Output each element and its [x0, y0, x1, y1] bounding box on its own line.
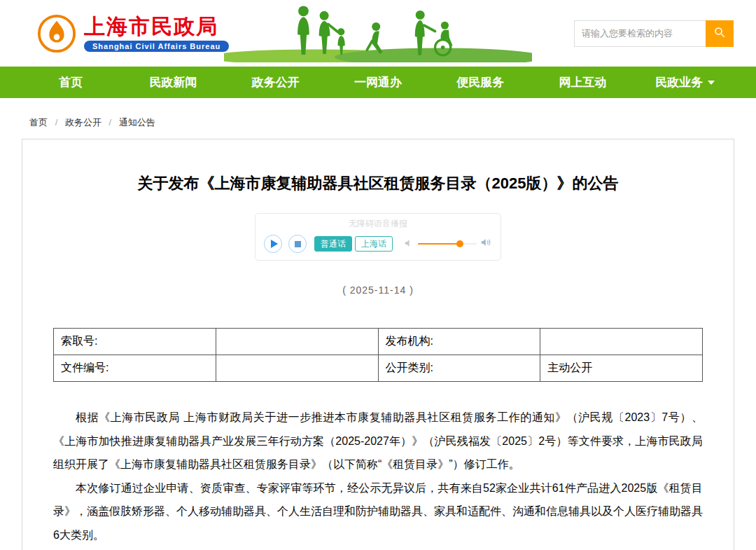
logo-text: 上海市民政局 Shanghai Civil Affairs Bureau	[84, 15, 229, 52]
play-button[interactable]	[264, 235, 282, 253]
meta-value-index-number	[216, 329, 378, 355]
breadcrumb-notices[interactable]: 通知公告	[119, 117, 155, 128]
article-container: 关于发布《上海市康复辅助器具社区租赁服务目录（2025版）》的公告 无障碍语音播…	[22, 139, 734, 550]
publish-date: ( 2025-11-14 )	[53, 284, 703, 296]
meta-value-issuing-agency	[540, 329, 703, 355]
breadcrumb-gov-open[interactable]: 政务公开	[65, 117, 102, 128]
stop-button[interactable]	[288, 235, 307, 253]
meta-label-disclosure-category: 公开类别:	[378, 355, 540, 382]
breadcrumb-separator: /	[55, 117, 58, 128]
language-toggle: 普通话 上海话	[314, 236, 393, 252]
search-input[interactable]	[574, 20, 706, 47]
tts-player: 无障碍语音播报 普通话 上海话	[255, 213, 501, 261]
meta-label-index-number: 索取号:	[54, 329, 216, 355]
nav-item-news[interactable]: 民政新闻	[122, 67, 224, 98]
site-header: 上海市民政局 Shanghai Civil Affairs Bureau	[0, 0, 756, 67]
tts-status-text: 无障碍语音播报	[264, 218, 492, 230]
meta-value-disclosure-category: 主动公开	[540, 355, 703, 382]
speaker-muted-icon	[405, 238, 414, 250]
shanghainese-button[interactable]: 上海话	[355, 236, 393, 252]
tts-controls: 普通话 上海话	[264, 235, 492, 253]
nav-item-business[interactable]: 民政业务	[634, 67, 736, 98]
mandarin-button[interactable]: 普通话	[314, 236, 352, 252]
volume-slider-fill	[418, 243, 460, 245]
site-logo[interactable]: 上海市民政局 Shanghai Civil Affairs Bureau	[36, 13, 229, 54]
paragraph: 根据《上海市民政局 上海市财政局关于进一步推进本市康复辅助器具社区租赁服务工作的…	[53, 406, 703, 476]
site-subtitle: Shanghai Civil Affairs Bureau	[84, 41, 229, 52]
table-row: 文件编号: 公开类别: 主动公开	[54, 355, 703, 382]
nav-item-services[interactable]: 便民服务	[429, 67, 531, 98]
meta-label-issuing-agency: 发布机构:	[378, 329, 540, 355]
page: 上海市民政局 Shanghai Civil Affairs Bureau	[0, 0, 756, 550]
volume-slider-dot[interactable]	[456, 240, 463, 247]
bureau-emblem-icon	[36, 13, 77, 54]
search-box	[574, 20, 734, 47]
family-illustration	[224, 1, 532, 65]
nav-item-interaction[interactable]: 网上互动	[531, 67, 634, 98]
speaker-icon	[481, 238, 492, 250]
nav-item-business-label: 民政业务	[655, 74, 703, 90]
play-icon	[271, 240, 278, 248]
article-body: 根据《上海市民政局 上海市财政局关于进一步推进本市康复辅助器具社区租赁服务工作的…	[53, 406, 703, 550]
meta-label-document-number: 文件编号:	[54, 355, 216, 382]
nav-item-gov-open[interactable]: 政务公开	[225, 67, 327, 98]
document-meta-table: 索取号: 发布机构: 文件编号: 公开类别: 主动公开	[53, 328, 703, 382]
meta-value-document-number	[216, 355, 378, 382]
search-icon	[713, 26, 726, 41]
site-title: 上海市民政局	[84, 15, 229, 38]
breadcrumb-home[interactable]: 首页	[29, 117, 48, 128]
stop-icon	[295, 241, 301, 247]
breadcrumb-separator: /	[109, 117, 112, 128]
main-nav: 首页 民政新闻 政务公开 一网通办 便民服务 网上互动 民政业务	[0, 67, 756, 98]
nav-item-home[interactable]: 首页	[20, 67, 122, 98]
volume-slider[interactable]	[418, 240, 477, 248]
paragraph: 本次修订通过企业申请、资质审查、专家评审等环节，经公示无异议后，共有来自52家企…	[53, 476, 703, 547]
paragraph: 现将《上海市康复辅助器具社区租赁服务目录（2025版）》予以公告，自2025年1…	[53, 547, 703, 550]
chevron-down-icon	[708, 81, 715, 85]
volume-control	[405, 238, 492, 250]
search-button[interactable]	[706, 20, 734, 47]
nav-item-one-stop[interactable]: 一网通办	[327, 67, 429, 98]
table-row: 索取号: 发布机构:	[54, 329, 703, 355]
breadcrumb: 首页 / 政务公开 / 通知公告	[29, 116, 756, 129]
page-title: 关于发布《上海市康复辅助器具社区租赁服务目录（2025版）》的公告	[53, 172, 703, 195]
